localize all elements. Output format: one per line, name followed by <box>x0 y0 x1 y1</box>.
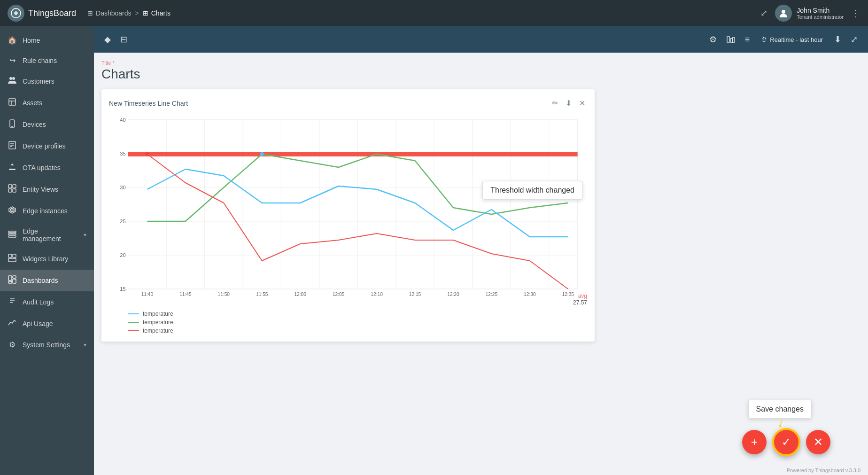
cancel-icon: ✕ <box>814 436 823 449</box>
svg-text:12:30: 12:30 <box>524 292 536 297</box>
devices-icon <box>8 119 17 130</box>
sidebar-item-label: Audit Logs <box>23 298 86 306</box>
sidebar-item-audit-logs[interactable]: Audit Logs <box>0 291 94 313</box>
home-icon: 🏠 <box>8 36 17 45</box>
legend-label-green: temperature <box>143 319 173 326</box>
chart-svg: 40 35 30 25 20 15 11:40 11:45 11:50 11:5… <box>109 115 587 303</box>
widget-download-icon[interactable]: ⬇ <box>564 97 574 109</box>
add-icon: + <box>751 436 758 449</box>
svg-rect-16 <box>8 189 12 192</box>
sidebar-item-label: Dashboards <box>23 277 86 284</box>
main-layout: 🏠 Home ↪ Rule chains Customers <box>0 26 868 475</box>
ota-updates-icon <box>8 163 17 173</box>
breadcrumb-dashboards[interactable]: ⊞ Dashboards <box>87 9 132 17</box>
svg-text:12:25: 12:25 <box>486 292 498 297</box>
svg-rect-29 <box>8 281 12 283</box>
app-logo: ThingsBoard <box>8 5 76 22</box>
page-title-label: Title * <box>101 60 860 66</box>
sidebar-item-widgets-library[interactable]: Widgets Library <box>0 248 94 270</box>
threshold-tooltip: Threshold width changed <box>482 181 582 200</box>
sidebar-item-devices[interactable]: Devices <box>0 114 94 135</box>
rule-chains-icon: ↪ <box>8 56 17 65</box>
confirm-button[interactable]: ✓ <box>772 428 800 456</box>
svg-rect-28 <box>13 279 16 283</box>
footer: Powered by Thingsboard v.3.3.0 <box>94 466 868 475</box>
sidebar-item-label: Customers <box>23 78 86 85</box>
system-settings-arrow: ▾ <box>84 342 86 348</box>
fullscreen-icon[interactable]: ⤢ <box>760 8 767 18</box>
sidebar-item-home[interactable]: 🏠 Home <box>0 30 94 50</box>
sidebar-item-label: Home <box>23 37 86 44</box>
page-title: Charts <box>101 67 860 82</box>
widget-title: New Timeseries Line Chart <box>109 100 188 107</box>
legend-label-blue: temperature <box>143 311 173 317</box>
sidebar-item-api-usage[interactable]: Api Usage <box>0 313 94 335</box>
legend-color-green <box>128 322 139 323</box>
expand-toolbar-icon[interactable]: ⤢ <box>848 31 860 47</box>
svg-rect-32 <box>732 38 735 42</box>
chart-container: 40 35 30 25 20 15 11:40 11:45 11:50 11:5… <box>109 115 587 305</box>
more-options-icon[interactable]: ⋮ <box>851 8 860 19</box>
add-button[interactable]: + <box>742 430 767 454</box>
svg-rect-14 <box>8 185 12 188</box>
svg-point-3 <box>12 77 15 80</box>
dashboards-sidebar-icon <box>8 275 17 286</box>
widget-close-icon[interactable]: ✕ <box>577 97 587 109</box>
svg-rect-23 <box>8 254 12 257</box>
sidebar-item-label: Devices <box>23 121 86 128</box>
sidebar-item-device-profiles[interactable]: Device profiles <box>0 135 94 157</box>
svg-rect-30 <box>727 37 729 42</box>
svg-point-70 <box>145 152 149 156</box>
svg-text:12:05: 12:05 <box>333 292 345 297</box>
realtime-button[interactable]: ⏱ Realtime - last hour <box>756 33 828 46</box>
top-nav-right: ⤢ John Smith Tenant administrator ⋮ <box>760 5 860 22</box>
user-name: John Smith <box>797 7 844 14</box>
bottom-fab-buttons: + ✓ ✕ <box>742 428 830 456</box>
svg-rect-26 <box>8 276 12 280</box>
edge-instances-icon <box>8 206 17 216</box>
user-role: Tenant administrator <box>797 14 844 20</box>
svg-text:12:35: 12:35 <box>562 292 574 297</box>
widget-actions: ✏ ⬇ ✕ <box>550 97 587 109</box>
grid-view-icon[interactable]: ⊟ <box>117 31 130 47</box>
breadcrumb: ⊞ Dashboards > ⊞ Charts <box>87 9 170 17</box>
sidebar-item-customers[interactable]: Customers <box>0 70 94 92</box>
sidebar-item-rule-chains[interactable]: ↪ Rule chains <box>0 50 94 70</box>
sidebar-item-dashboards[interactable]: Dashboards <box>0 270 94 291</box>
customers-icon <box>8 76 17 86</box>
sidebar-item-ota-updates[interactable]: OTA updates <box>0 157 94 179</box>
user-area[interactable]: John Smith Tenant administrator <box>775 5 844 22</box>
legend-color-red <box>128 330 139 331</box>
svg-rect-25 <box>8 258 16 262</box>
settings-toolbar-icon[interactable]: ⚙ <box>706 31 720 47</box>
sidebar-item-label: Widgets Library <box>23 255 86 263</box>
sidebar-item-assets[interactable]: Assets <box>0 92 94 114</box>
sidebar-item-entity-views[interactable]: Entity Views <box>0 179 94 200</box>
sidebar-item-edge-instances[interactable]: Edge instances <box>0 200 94 222</box>
sidebar-item-label: Edge instances <box>23 207 86 215</box>
sidebar-item-label: Api Usage <box>23 320 86 327</box>
filter-toolbar-icon[interactable]: ≡ <box>742 32 753 47</box>
view-mode-icon[interactable]: ◆ <box>101 31 114 47</box>
widget-header: New Timeseries Line Chart ✏ ⬇ ✕ <box>109 97 587 109</box>
sidebar-item-system-settings[interactable]: ⚙ System Settings ▾ <box>0 335 94 355</box>
api-usage-icon <box>8 319 17 329</box>
chart-toolbar-icon[interactable] <box>723 32 738 47</box>
cancel-button[interactable]: ✕ <box>806 430 830 454</box>
svg-text:35: 35 <box>120 151 125 156</box>
svg-point-1 <box>782 10 785 14</box>
confirm-icon: ✓ <box>782 436 791 449</box>
avatar <box>775 5 792 22</box>
sidebar-item-label: OTA updates <box>23 164 86 171</box>
svg-point-2 <box>9 77 12 80</box>
assets-icon <box>8 98 17 108</box>
download-toolbar-icon[interactable]: ⬇ <box>831 31 844 47</box>
device-profiles-icon <box>8 141 17 151</box>
user-info: John Smith Tenant administrator <box>797 7 844 20</box>
svg-rect-24 <box>13 254 16 257</box>
legend-color-blue <box>128 313 139 314</box>
sidebar-item-edge-management[interactable]: Edge management ▾ <box>0 222 94 248</box>
widget-edit-icon[interactable]: ✏ <box>550 97 560 109</box>
sidebar-item-label: Device profiles <box>23 142 86 150</box>
legend-item-green: temperature <box>128 319 587 326</box>
